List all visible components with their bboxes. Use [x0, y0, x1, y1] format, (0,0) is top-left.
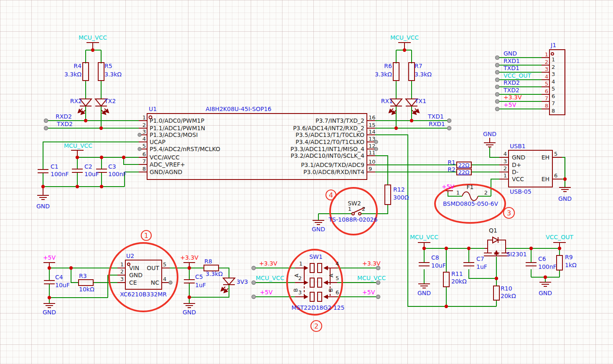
led-tx2-label: TX2: [104, 98, 116, 104]
usb1-pin-num: 1: [504, 172, 507, 179]
net-label-5v-u2: +5V: [43, 254, 56, 261]
c8-ref: C8: [431, 254, 439, 261]
connector-usb1[interactable]: [499, 150, 562, 187]
c6-ref: C6: [538, 255, 546, 262]
u1-pin-name: P3.3/ADC11/INT1/MISO_4: [290, 146, 364, 152]
j1-inner-num: 1: [552, 56, 555, 63]
mosfet-q1[interactable]: [484, 237, 509, 256]
led-tx1-label: TX1: [415, 98, 426, 104]
switch-sw1[interactable]: [295, 263, 337, 301]
annotation-circle-u2: [109, 243, 178, 311]
usb1-pin-num: 6: [554, 172, 557, 179]
f1-part: BSMD0805-050-6V: [443, 200, 498, 207]
sw1-net-left-3v3: +3.3V: [259, 260, 277, 267]
gnd-label-usb-bottom: GND: [558, 195, 572, 202]
u1-pin-name: P3.7/INT3/TXD_2: [315, 117, 364, 124]
c7-value: 1uF: [476, 263, 487, 270]
resistor-r9: [557, 255, 562, 270]
sw1-net-left-5v: +5V: [260, 289, 273, 296]
r9-value: 1kΩ: [565, 262, 577, 268]
r6-ref: R6: [384, 63, 392, 69]
u1-pin-name: P3.2/ADC10/INT0/SCLK_4: [291, 152, 365, 159]
u1-pin-name: P3.6/ADC14/INT2/RXD_2: [293, 125, 364, 131]
u1-pin-name: P3.1/ADC9/TXD/ADC9: [301, 162, 364, 168]
sw1-pin-num: 4: [336, 260, 339, 267]
u1-pin-num: 11: [369, 149, 376, 156]
gnd-label-c4: GND: [43, 309, 56, 316]
j1-inner-num: 8: [552, 108, 555, 114]
r1-value: 22Ω: [458, 162, 470, 168]
j1-pin-num: 2: [545, 59, 548, 65]
j1-net-label: VCC_OUT: [504, 72, 531, 79]
led-3v3: [221, 278, 235, 293]
u2-pin-name: VIN: [129, 265, 139, 271]
net-label-mcu-vcc-tl: MCU_VCC: [79, 34, 107, 41]
j1-pin-num: 6: [545, 88, 548, 94]
sw1-net-right-mcuvcc: MCU_VCC: [357, 275, 386, 281]
u2-pin-num: 4: [163, 276, 166, 282]
sw1-ref: SW1: [309, 253, 323, 260]
u1-pin-num: 7: [142, 158, 146, 164]
usb1-pin-num: 3: [504, 158, 507, 164]
r5-value: 3.3kΩ: [104, 71, 122, 78]
j1-labels: J1 1 2 3 4 5 6 7 8 1 2 3 4 5 6 7 8 GND R…: [503, 42, 556, 114]
sw1-net-right-3v3: +3.3V: [362, 260, 381, 267]
u2-pin-name: GND: [129, 272, 142, 278]
led-rx2-label: RX2: [70, 98, 82, 104]
usb1-pin-num: 4: [504, 151, 507, 157]
r4-value: 3.3kΩ: [64, 71, 81, 78]
u1-pin-num: 14: [369, 129, 376, 135]
sw2-pin-num: 1: [348, 206, 351, 212]
j1-pin-num: 5: [545, 81, 548, 87]
j1-inner-num: 3: [552, 71, 555, 77]
u1-pin-num: 15: [369, 122, 376, 128]
schematic-canvas[interactable]: 1 2 3 4 MCU_VCC MCU_VCC MCU_VCC MCU_VCC …: [0, 0, 613, 364]
j1-net-label: RXD1: [504, 58, 520, 64]
u1-pin-num: 6: [142, 151, 146, 157]
j1-inner-num: 4: [552, 78, 555, 85]
j1-net-label: +5V: [504, 101, 516, 108]
resistor-r10: [493, 286, 499, 300]
usb1-pin-name: GND: [512, 154, 525, 161]
u1-pin-name: VCC/AVCC: [150, 154, 180, 161]
j1-pin-num: 8: [545, 103, 548, 109]
j1-inner-num: 7: [552, 100, 555, 106]
sw1-group-b: B: [328, 288, 334, 292]
sw1-pin-num: 5: [336, 275, 339, 281]
resistor-r11: [443, 272, 449, 287]
u2-pin-num: 3: [120, 276, 124, 282]
usb1-part: USB-05: [510, 188, 532, 195]
j1-inner-num: 2: [552, 64, 555, 70]
q1-ref: Q1: [489, 227, 497, 234]
r8-value: 3.3kΩ: [206, 270, 223, 277]
sw1-pin-num: 6: [336, 289, 339, 296]
f1-pin-num: 1: [456, 190, 460, 196]
led-rx1-label: RX1: [381, 98, 393, 104]
led-3v3-label: 3V3: [237, 278, 248, 285]
u1-pin-num: 10: [369, 159, 376, 165]
gnd-label-c6: GND: [539, 290, 552, 296]
u1-pin-name: P1.3/ADC3/MOSI: [150, 131, 198, 138]
u2-pin-name: CE: [129, 279, 137, 286]
r7-value: 3.3kΩ: [415, 71, 432, 78]
r2-ref: R2: [448, 166, 455, 173]
fuse-f1[interactable]: [462, 192, 478, 201]
resistor-r6: [393, 63, 399, 81]
r6-value: 3.3kΩ: [375, 71, 392, 78]
sw2-part: TS-1088R-02026: [328, 216, 378, 223]
j1-net-label: RXD2: [504, 79, 520, 86]
u2-pin-name: NC: [151, 279, 159, 286]
ic-u2[interactable]: [117, 260, 170, 289]
u2-part: XC6210B332MR: [120, 291, 167, 298]
j1-ref: J1: [550, 42, 556, 48]
usb1-pin-name: EH: [542, 176, 549, 182]
annotation-circle-sw2: [330, 188, 377, 235]
u1-pin-name: P3.5/ADC13/T1/T0CLKO: [295, 131, 364, 138]
u1-pin-num: 16: [369, 114, 376, 121]
r3-ref: R3: [79, 273, 87, 279]
u1-pin-name: P3.4/ADC12/T0/T1CLKO: [295, 139, 364, 145]
gnd-label-c1: GND: [36, 203, 50, 210]
net-label-mcu-vcc-bottom: MCU_VCC: [410, 234, 438, 240]
net-label-vcc-out: VCC_OUT: [546, 234, 573, 240]
resistor-r4: [83, 63, 89, 81]
